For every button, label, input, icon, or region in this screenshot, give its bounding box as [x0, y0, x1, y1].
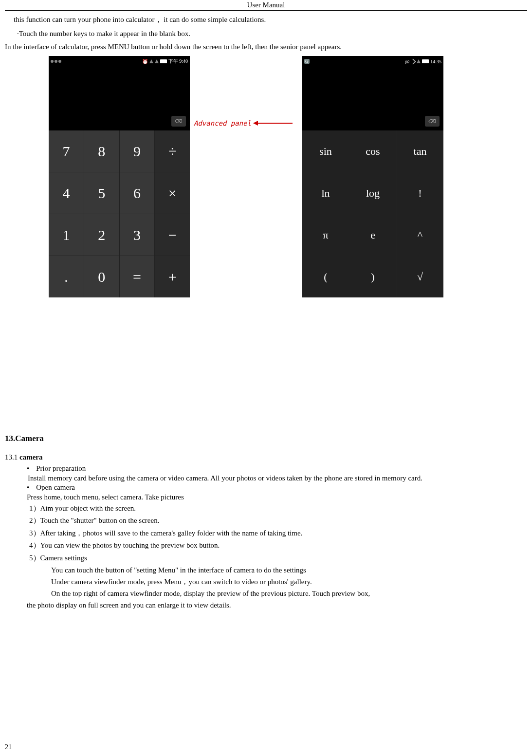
camera-settings-d3b: the photo display on full screen and you…	[27, 599, 527, 611]
arrow-icon	[254, 123, 293, 124]
key-5: 5	[84, 172, 119, 214]
key-fact: !	[397, 172, 443, 214]
key-6: 6	[120, 172, 155, 214]
status-time: 下午 9:40	[168, 58, 188, 65]
at-icon: @	[405, 59, 409, 64]
step-1: 1）Aim your object with the screen.	[29, 502, 527, 515]
key-pi: π	[302, 214, 349, 256]
intro-para-2: ·Touch the number keys to make it appear…	[17, 30, 527, 38]
wifi-icon	[410, 58, 416, 65]
key-plus: +	[155, 256, 190, 297]
screenshots-container: ⏰ 下午 9:40 ⌫ 7 8 9 ÷ 4 5 6 × 1 2 3 − . 0 …	[49, 56, 527, 297]
key-1: 1	[49, 214, 84, 256]
subsection-title: camera	[19, 453, 42, 461]
key-sqrt: √	[397, 256, 443, 297]
text-open-camera: Press home, touch menu, select camera. T…	[27, 492, 527, 502]
key-8: 8	[84, 130, 119, 172]
phone-screenshot-basic: ⏰ 下午 9:40 ⌫ 7 8 9 ÷ 4 5 6 × 1 2 3 − . 0 …	[49, 56, 190, 297]
key-e: e	[349, 214, 396, 256]
backspace-icon: ⌫	[425, 116, 440, 127]
key-0: 0	[84, 256, 119, 297]
key-ln: ln	[302, 172, 349, 214]
signal-icon	[149, 59, 153, 63]
key-4: 4	[49, 172, 84, 214]
key-minus: −	[155, 214, 190, 256]
annotation-label: Advanced panel	[194, 119, 251, 127]
intro-para-1: this function can turn your phone into c…	[14, 15, 527, 25]
app-dot-icon	[58, 60, 61, 63]
step-4: 4）You can view the photos by touching th…	[29, 539, 527, 552]
camera-settings-d1: You can touch the button of "setting Men…	[51, 564, 527, 576]
camera-settings-d3a: On the top right of camera viewfinder mo…	[51, 588, 527, 599]
calc-display-adv: ⌫	[302, 67, 443, 130]
key-dot: .	[49, 256, 84, 297]
keypad-basic: 7 8 9 ÷ 4 5 6 × 1 2 3 − . 0 = +	[49, 130, 190, 297]
step-5: 5）Camera settings	[29, 552, 527, 565]
annotation: Advanced panel	[194, 119, 293, 127]
step-3: 3）After taking，photos will save to the c…	[29, 527, 527, 540]
intro-para-3: In the interface of calculator, press ME…	[5, 43, 527, 51]
keypad-advanced: sin cos tan ln log ! π e ^ ( ) √	[302, 130, 443, 297]
text-prior-prep: Install memory card before using the cam…	[28, 473, 527, 483]
key-sin: sin	[302, 130, 349, 172]
network-g-icon: G	[304, 59, 310, 64]
calc-display: ⌫	[49, 67, 190, 130]
battery-icon	[422, 59, 429, 63]
backspace-icon: ⌫	[171, 116, 186, 127]
status-time: 14:35	[430, 59, 441, 64]
signal-icon	[155, 59, 159, 63]
key-multiply: ×	[155, 172, 190, 214]
key-3: 3	[120, 214, 155, 256]
status-bar-2: G @ 14:35	[302, 56, 443, 67]
key-tan: tan	[397, 130, 443, 172]
app-dot-icon	[51, 60, 54, 63]
alarm-icon: ⏰	[142, 59, 148, 64]
subsection-13-1: 13.1 camera	[5, 453, 527, 461]
subsection-number: 13.1	[5, 453, 19, 461]
page-header: User Manual	[5, 0, 527, 11]
key-7: 7	[49, 130, 84, 172]
key-equals: =	[120, 256, 155, 297]
phone-screenshot-advanced: G @ 14:35 ⌫ sin cos tan ln log ! π e ^ (…	[302, 56, 443, 297]
key-cos: cos	[349, 130, 396, 172]
signal-icon	[417, 59, 421, 63]
status-bar-1: ⏰ 下午 9:40	[49, 56, 190, 67]
key-log: log	[349, 172, 396, 214]
step-2: 2）Touch the "shutter" button on the scre…	[29, 515, 527, 527]
key-rparen: )	[349, 256, 396, 297]
key-9: 9	[120, 130, 155, 172]
key-2: 2	[84, 214, 119, 256]
camera-settings-d2: Under camera viewfinder mode, press Menu…	[51, 576, 527, 588]
key-lparen: (	[302, 256, 349, 297]
section-heading-camera: 13.Camera	[5, 434, 527, 443]
key-pow: ^	[397, 214, 443, 256]
bullet-prior-prep: Prior preparation	[27, 464, 527, 473]
bullet-open-camera: Open camera	[27, 483, 527, 492]
key-divide: ÷	[155, 130, 190, 172]
battery-icon	[160, 59, 167, 63]
app-dot-icon	[55, 60, 57, 63]
